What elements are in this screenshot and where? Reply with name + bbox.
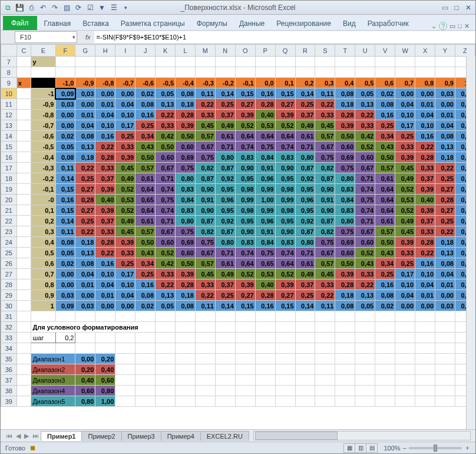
data-cell[interactable]: 0,91 [195,195,215,205]
data-cell[interactable]: 0,64 [375,205,395,216]
data-cell[interactable]: 0,10 [115,110,135,120]
data-cell[interactable]: 0,28 [415,237,435,248]
data-cell[interactable]: 0,33 [156,120,176,131]
data-cell[interactable]: 0,74 [156,205,176,216]
cell-C7[interactable] [16,57,31,67]
data-cell[interactable]: 0,49 [395,216,415,226]
data-cell[interactable]: 0,67 [195,142,215,152]
data-cell[interactable]: 0,01 [435,279,455,290]
data-cell[interactable]: 0,27 [75,205,95,216]
vertical-scrollbar[interactable] [466,56,475,429]
data-cell[interactable]: 0,99 [255,205,275,216]
data-cell[interactable]: 0,25 [75,173,95,184]
data-cell[interactable]: 0,42 [355,131,375,142]
data-cell[interactable]: 0,37 [95,216,115,226]
data-cell[interactable]: 0,49 [295,269,315,279]
axis-left-20[interactable]: 1 [31,301,55,311]
data-cell[interactable]: 0,53 [115,195,135,205]
data-cell[interactable]: 0,39 [95,205,115,216]
data-cell[interactable]: 0,04 [435,269,455,279]
data-cell[interactable]: 0,50 [135,152,156,163]
row-header-30[interactable]: 30 [1,301,17,311]
data-cell[interactable]: 0,37 [295,279,315,290]
axis-left-16[interactable]: 0,6 [31,258,55,269]
data-cell[interactable]: 0,74 [156,184,176,195]
row-header-21[interactable]: 21 [1,205,17,216]
data-cell[interactable]: 0,28 [335,110,355,120]
data-cell[interactable]: 0,45 [115,163,135,173]
data-cell[interactable]: 0,04 [115,290,135,301]
data-cell[interactable]: 0,52 [275,120,295,131]
tab-Данные[interactable]: Данные [233,17,270,30]
data-cell[interactable]: 0,08 [375,99,395,110]
row-header-11[interactable]: 11 [1,99,17,110]
data-cell[interactable]: 0,08 [176,301,196,311]
data-cell[interactable]: 0,87 [195,216,215,226]
data-cell[interactable]: 0,91 [315,195,335,205]
cell-y-label[interactable]: y [31,57,55,67]
data-cell[interactable]: 0,57 [375,163,395,173]
data-cell[interactable]: 0,80 [335,216,355,226]
data-cell[interactable]: 0,02 [135,88,156,99]
data-cell[interactable]: 0,10 [395,279,415,290]
data-cell[interactable]: 0,65 [135,195,156,205]
data-cell[interactable]: 0,05 [55,142,75,152]
range-lo-1[interactable]: 0,20 [75,364,95,375]
qat-customize-icon[interactable]: ▾ [121,3,130,12]
data-cell[interactable]: 0,52 [235,269,255,279]
data-cell[interactable]: 0,14 [55,216,75,226]
axis-top-0[interactable]: -1,0 [55,78,75,88]
data-cell[interactable]: 0,40 [255,110,275,120]
data-cell[interactable]: 0,08 [135,99,156,110]
data-cell[interactable]: 0,67 [156,226,176,237]
data-cell[interactable]: 0,04 [115,99,135,110]
macro-record-icon[interactable]: ◼ [30,444,35,452]
data-cell[interactable]: 0,05 [156,88,176,99]
data-cell[interactable]: 0,74 [275,248,295,258]
data-cell[interactable]: 0,98 [275,184,295,195]
data-cell[interactable]: 0,80 [295,152,315,163]
data-cell[interactable]: 0,50 [176,131,196,142]
col-header-P[interactable]: P [255,45,275,57]
data-cell[interactable]: 0,71 [215,248,235,258]
col-header-T[interactable]: T [335,45,355,57]
data-cell[interactable]: 0,28 [255,290,275,301]
axis-top-19[interactable]: 0,9 [435,78,455,88]
data-cell[interactable]: 0,25 [395,131,415,142]
data-cell[interactable]: 0,74 [235,142,255,152]
form-icon[interactable]: ☰ [109,3,118,12]
data-cell[interactable]: 0,39 [415,205,435,216]
row-header-36[interactable]: 36 [1,364,17,375]
data-cell[interactable]: 0,16 [55,195,75,205]
data-cell[interactable]: 0,90 [315,184,335,195]
data-cell[interactable]: 0,17 [395,120,415,131]
data-cell[interactable]: 0,11 [315,88,335,99]
zoom-out-icon[interactable]: − [403,445,406,452]
data-cell[interactable]: 0,39 [335,120,355,131]
data-cell[interactable]: 0,15 [55,184,75,195]
data-cell[interactable]: 0,75 [195,152,215,163]
row-header-33[interactable]: 33 [1,333,17,343]
data-cell[interactable]: 0,17 [115,120,135,131]
data-cell[interactable]: 0,50 [335,258,355,269]
axis-left-7[interactable]: -0,3 [31,163,55,173]
range-hi-0[interactable]: 0,20 [95,354,115,364]
data-cell[interactable]: 0,34 [135,131,156,142]
data-cell[interactable]: 0,33 [95,163,115,173]
excel-icon[interactable]: ⧉ [3,3,12,12]
data-cell[interactable]: 0,83 [235,152,255,163]
data-cell[interactable]: 0,45 [315,120,335,131]
data-cell[interactable]: 0,25 [115,131,135,142]
data-cell[interactable]: 0,64 [275,131,295,142]
data-cell[interactable]: 0,16 [375,110,395,120]
data-cell[interactable]: 0,61 [135,173,156,184]
data-cell[interactable]: 0,39 [235,110,255,120]
data-cell[interactable]: 0,91 [255,163,275,173]
data-cell[interactable]: 0,22 [435,163,455,173]
data-cell[interactable]: 0,57 [315,131,335,142]
data-cell[interactable]: 0,90 [235,226,255,237]
data-cell[interactable]: 0,95 [215,205,235,216]
data-cell[interactable]: 0,33 [156,269,176,279]
range-label-2[interactable]: Диапазон3 [31,375,75,386]
row-header-24[interactable]: 24 [1,237,17,248]
